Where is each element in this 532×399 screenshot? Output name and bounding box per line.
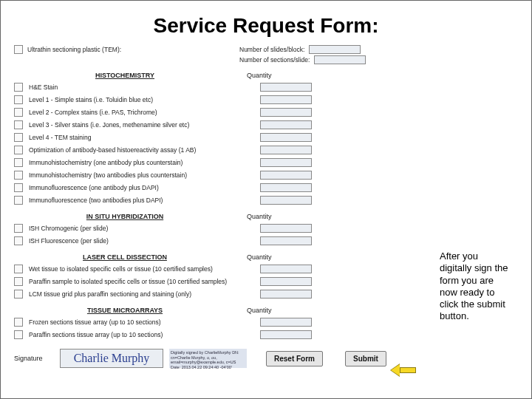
quantity-input[interactable] [260,290,312,299]
quantity-input[interactable] [260,158,312,167]
section-header: HISTOCHEMISTRY [14,72,236,79]
checkbox[interactable] [14,158,23,167]
checkbox[interactable] [14,133,23,142]
checkbox[interactable] [14,146,23,154]
sections-per-slide-input[interactable] [314,55,366,64]
quantity-input[interactable] [260,277,312,286]
row-label: Level 1 - Simple stains (i.e. Toluidin b… [27,96,249,103]
checkbox[interactable] [14,108,23,117]
checkbox[interactable] [14,83,23,92]
checkbox[interactable] [14,183,23,192]
quantity-input[interactable] [260,224,312,233]
row-label: Level 2 - Complex stains (i.e. PAS, Tric… [27,109,249,116]
slides-per-block-label: Number of slides/block: [239,46,304,53]
signature-label: Signature [14,355,60,362]
quantity-input[interactable] [260,83,312,92]
quantity-header: Quantity [247,213,272,220]
checkbox[interactable] [14,318,23,327]
checkbox[interactable] [14,290,23,299]
quantity-input[interactable] [260,133,312,142]
row-label: Level 3 - Silver stains (i.e. Jones, met… [27,121,249,129]
quantity-header: Quantity [247,307,272,314]
quantity-input[interactable] [260,95,312,104]
quantity-input[interactable] [260,196,312,205]
checkbox[interactable] [14,277,23,286]
checkbox[interactable] [14,224,23,233]
quantity-input[interactable] [260,265,312,273]
quantity-input[interactable] [260,318,312,327]
row-label: Immunohistochemistry (two antibodies plu… [27,171,249,179]
callout-arrow [391,364,417,376]
service-request-form: Ultrathin sectioning plastic (TEM): Numb… [14,45,413,368]
row-label: ISH Chromogenic (per slide) [27,225,249,232]
checkbox[interactable] [14,95,23,104]
signature-row: Signature Charlie Murphy Digitally signe… [14,349,413,368]
callout-text: After you digitally sign the form you ar… [440,250,512,323]
signature-field[interactable]: Charlie Murphy [60,349,163,368]
ultrathin-label: Ultrathin sectioning plastic (TEM): [27,46,121,53]
slides-per-block-input[interactable] [309,45,361,54]
quantity-input[interactable] [260,120,312,129]
row-label: Immunofluorescence (two antibodies plus … [27,197,249,204]
row-label: Frozen sections tissue array (up to 10 s… [27,318,249,326]
row-label: Optimization of antibody-based histoerea… [27,146,249,154]
section-header: IN SITU HYBRIDIZATION [14,213,236,220]
slide-title: Service Request Form: [1,1,531,44]
row-label: H&E Stain [27,83,249,91]
quantity-input[interactable] [260,108,312,117]
section-header: LASER CELL DISSECTION [14,253,236,261]
submit-button[interactable]: Submit [345,351,386,366]
checkbox[interactable] [14,236,23,245]
checkbox[interactable] [14,265,23,273]
checkbox[interactable] [14,120,23,129]
quantity-input[interactable] [260,146,312,154]
checkbox[interactable] [14,330,23,339]
quantity-header: Quantity [247,253,272,261]
row-label: Wet tissue to isolated specific cells or… [27,265,249,273]
quantity-input[interactable] [260,183,312,192]
reset-form-button[interactable]: Reset Form [266,351,323,366]
sections-per-slide-label: Number of sections/slide: [239,56,310,64]
quantity-input[interactable] [260,330,312,339]
quantity-header: Quantity [247,72,272,79]
row-label: Level 4 - TEM staining [27,134,249,141]
row-label: LCM tissue grid plus paraffin sectioning… [27,290,249,298]
row-label: Immunofluorescence (one antibody plus DA… [27,184,249,191]
row-label: Paraffin sample to isolated specific cel… [27,278,249,285]
checkbox[interactable] [14,196,23,205]
row-label: Paraffin sections tissue array (up to 10… [27,331,249,338]
row-label: ISH Fluorescence (per slide) [27,237,249,245]
checkbox[interactable] [14,171,23,180]
section-header: TISSUE MICROARRAYS [14,307,236,314]
signature-stamp: Digitally signed by CharlieMurphy DN: cn… [169,349,247,368]
checkbox-ultrathin[interactable] [14,45,23,54]
quantity-input[interactable] [260,171,312,180]
quantity-input[interactable] [260,236,312,245]
row-label: Immunohistochemistry (one antibody plus … [27,159,249,166]
